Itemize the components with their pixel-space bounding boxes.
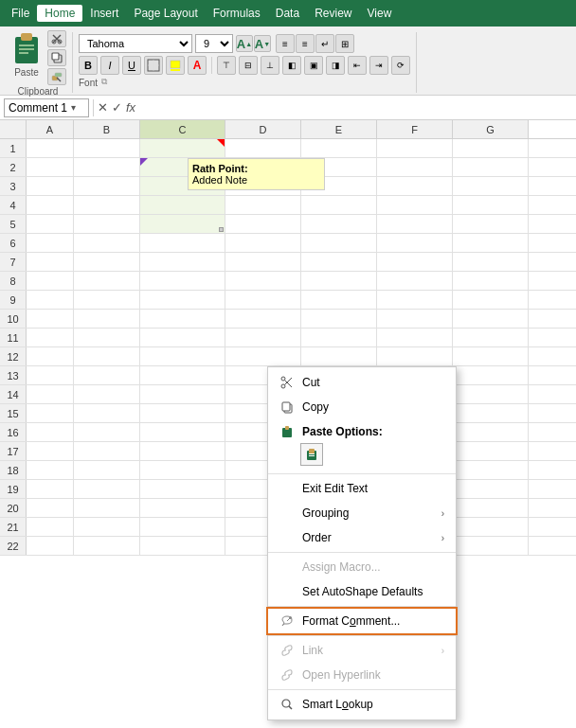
cell-a3[interactable] — [27, 177, 74, 195]
cell-c6[interactable] — [140, 234, 225, 252]
cell-b11[interactable] — [74, 328, 140, 346]
context-menu-order[interactable]: Order › — [268, 525, 456, 550]
cell-a8[interactable] — [27, 272, 74, 290]
cell-g20[interactable] — [453, 499, 529, 517]
row-header-8[interactable]: 8 — [0, 272, 27, 290]
row-header-1[interactable]: 1 — [0, 139, 27, 157]
cell-e1[interactable] — [301, 139, 377, 157]
cell-g14[interactable] — [453, 385, 529, 403]
cell-c9[interactable] — [140, 291, 225, 309]
align-bottom-button[interactable]: ⊥ — [261, 56, 279, 75]
cell-a21[interactable] — [27, 518, 74, 536]
underline-button[interactable]: U — [122, 56, 141, 75]
cell-e5[interactable] — [301, 215, 377, 233]
cell-e4[interactable] — [301, 196, 377, 214]
paste-option-1[interactable] — [300, 443, 323, 466]
cell-d7[interactable] — [225, 253, 301, 271]
cell-c7[interactable] — [140, 253, 225, 271]
cell-a14[interactable] — [27, 385, 74, 403]
cell-a16[interactable] — [27, 423, 74, 441]
cell-b3[interactable] — [74, 177, 140, 195]
cell-g12[interactable] — [453, 347, 529, 365]
row-header-16[interactable]: 16 — [0, 423, 27, 441]
cell-g2[interactable] — [453, 158, 529, 176]
cell-e6[interactable] — [301, 234, 377, 252]
cell-f11[interactable] — [377, 328, 453, 346]
cell-ref-dropdown-icon[interactable]: ▾ — [71, 102, 76, 113]
cell-f10[interactable] — [377, 310, 453, 328]
row-header-15[interactable]: 15 — [0, 404, 27, 422]
cell-b21[interactable] — [74, 518, 140, 536]
row-header-18[interactable]: 18 — [0, 461, 27, 479]
row-header-7[interactable]: 7 — [0, 253, 27, 271]
cell-f2[interactable] — [377, 158, 453, 176]
indent-decrease-button[interactable]: ⇤ — [348, 56, 367, 75]
col-header-e[interactable]: E — [301, 120, 377, 138]
row-header-17[interactable]: 17 — [0, 442, 27, 460]
cell-c19[interactable] — [140, 480, 225, 498]
row-header-11[interactable]: 11 — [0, 328, 27, 346]
cell-a22[interactable] — [27, 537, 74, 555]
cell-a1[interactable] — [27, 139, 74, 157]
cell-c11[interactable] — [140, 328, 225, 346]
col-header-c[interactable]: C — [140, 120, 225, 138]
cell-a13[interactable] — [27, 366, 74, 384]
cell-c18[interactable] — [140, 461, 225, 479]
cell-c14[interactable] — [140, 385, 225, 403]
cell-c4[interactable] — [140, 196, 225, 214]
cell-e9[interactable] — [301, 291, 377, 309]
cell-a11[interactable] — [27, 328, 74, 346]
format-painter-button[interactable] — [47, 68, 66, 85]
row-header-4[interactable]: 4 — [0, 196, 27, 214]
cell-a4[interactable] — [27, 196, 74, 214]
col-header-a[interactable]: A — [27, 120, 74, 138]
bold-button[interactable]: B — [79, 56, 98, 75]
context-menu-format-comment[interactable]: Format Comment... — [268, 609, 456, 633]
row-header-9[interactable]: 9 — [0, 291, 27, 309]
font-expand-icon[interactable]: ⧉ — [101, 77, 107, 88]
cell-b8[interactable] — [74, 272, 140, 290]
cell-f5[interactable] — [377, 215, 453, 233]
cell-d12[interactable] — [225, 347, 301, 365]
menu-view[interactable]: View — [360, 5, 400, 22]
font-name-select[interactable]: Tahoma — [79, 34, 192, 53]
cell-b13[interactable] — [74, 366, 140, 384]
cell-b19[interactable] — [74, 480, 140, 498]
cell-a2[interactable] — [27, 158, 74, 176]
cell-f4[interactable] — [377, 196, 453, 214]
cell-c20[interactable] — [140, 499, 225, 517]
cell-g10[interactable] — [453, 310, 529, 328]
wrap-button[interactable]: ↵ — [315, 34, 334, 53]
context-menu-exit-edit-text[interactable]: Exit Edit Text — [268, 476, 456, 501]
cell-a7[interactable] — [27, 253, 74, 271]
formula-cancel-icon[interactable]: ✕ — [98, 100, 108, 115]
context-menu-copy[interactable]: Copy — [268, 395, 456, 419]
col-header-g[interactable]: G — [453, 120, 529, 138]
formula-confirm-icon[interactable]: ✓ — [112, 100, 122, 115]
row-header-21[interactable]: 21 — [0, 518, 27, 536]
cell-a10[interactable] — [27, 310, 74, 328]
cell-b12[interactable] — [74, 347, 140, 365]
context-menu-smart-lookup[interactable]: Smart Lookup — [268, 692, 456, 717]
border-button[interactable] — [144, 56, 163, 75]
row-header-13[interactable]: 13 — [0, 366, 27, 384]
text-align-2-button[interactable]: ≡ — [296, 34, 315, 53]
cell-b1[interactable] — [74, 139, 140, 157]
orientation-button[interactable]: ⟳ — [391, 56, 410, 75]
cell-b14[interactable] — [74, 385, 140, 403]
indent-increase-button[interactable]: ⇥ — [369, 56, 388, 75]
cell-a12[interactable] — [27, 347, 74, 365]
cell-b9[interactable] — [74, 291, 140, 309]
cell-g13[interactable] — [453, 366, 529, 384]
cut-button[interactable] — [47, 30, 66, 47]
align-center-button[interactable]: ▣ — [304, 56, 323, 75]
italic-button[interactable]: I — [100, 56, 119, 75]
cell-f7[interactable] — [377, 253, 453, 271]
row-header-5[interactable]: 5 — [0, 215, 27, 233]
cell-d11[interactable] — [225, 328, 301, 346]
formula-fx-icon[interactable]: fx — [126, 100, 135, 115]
cell-c22[interactable] — [140, 537, 225, 555]
cell-b4[interactable] — [74, 196, 140, 214]
cell-f12[interactable] — [377, 347, 453, 365]
align-right-button[interactable]: ◨ — [326, 56, 345, 75]
